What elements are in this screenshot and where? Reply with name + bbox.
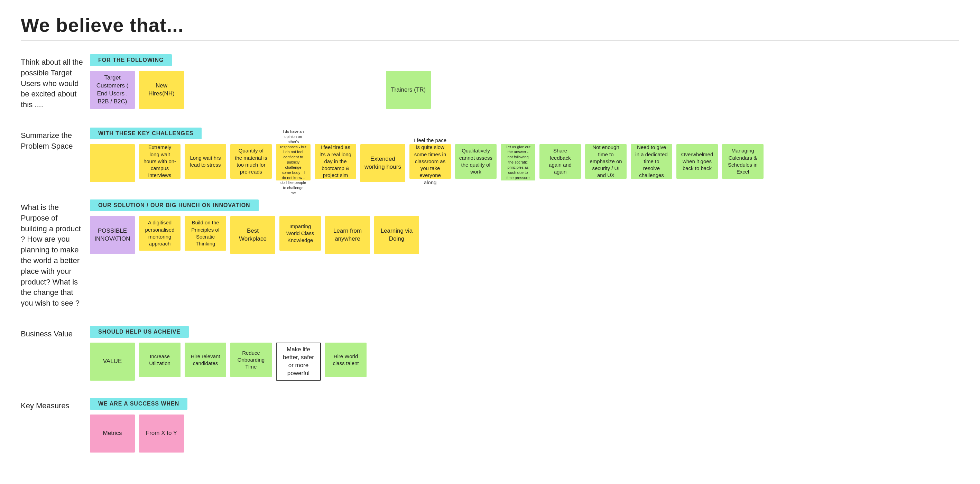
card-socratic-thinking[interactable]: Build on the Principles of Socratic Thin…: [185, 216, 226, 251]
card-trainers[interactable]: Trainers (TR): [386, 71, 431, 109]
card-new-hires[interactable]: New Hires(NH): [139, 71, 184, 109]
main-page: We believe that... Think about all the p…: [0, 0, 980, 484]
card-qualitatively[interactable]: Qualitatively cannot assess the quality …: [455, 144, 496, 179]
business-value-label: Business Value: [21, 326, 90, 340]
card-hire-relevant[interactable]: Hire relevant candidates: [185, 343, 226, 377]
business-value-cards: VALUE Increase Utlization Hire relevant …: [90, 343, 959, 381]
card-learning-doing[interactable]: Learning via Doing: [374, 216, 419, 254]
problem-space-cards: Extremely long wait hours with on-campus…: [90, 144, 959, 182]
card-hire-world-class[interactable]: Hire World class talent: [325, 343, 367, 377]
should-achieve-header: SHOULD HELP US ACHEIVE: [90, 326, 189, 338]
solution-cards: POSSIBLE INNOVATION A digitised personal…: [90, 216, 959, 254]
key-measures-label: Key Measures: [21, 398, 90, 411]
card-share-feedback[interactable]: Share feedback again and again: [539, 144, 581, 179]
card-long-wait-campus[interactable]: Extremely long wait hours with on-campus…: [139, 144, 180, 179]
success-header: WE ARE A SUCCESS WHEN: [90, 398, 188, 410]
card-value[interactable]: VALUE: [90, 343, 135, 381]
page-title: We believe that...: [21, 14, 959, 36]
card-target-customers[interactable]: Target Customers ( End Users , B2B / B2C…: [90, 71, 135, 109]
card-reduce-onboarding[interactable]: Reduce Onboarding Time: [230, 343, 272, 377]
problem-space-label: Summarize the Problem Space: [21, 128, 90, 152]
business-value-content: SHOULD HELP US ACHEIVE VALUE Increase Ut…: [90, 326, 959, 381]
card-world-class-knowledge[interactable]: Imparting World Class Knowledge: [279, 216, 321, 251]
target-users-row: Think about all the possible Target User…: [21, 54, 959, 110]
card-metrics[interactable]: Metrics: [90, 414, 135, 452]
card-quantity-material[interactable]: Quantity of the material is too much for…: [230, 144, 272, 179]
card-blank-yellow: [90, 144, 135, 182]
business-value-row: Business Value SHOULD HELP US ACHEIVE VA…: [21, 326, 959, 381]
card-make-life-better[interactable]: Make life better, safer or more powerful: [276, 343, 321, 381]
card-possible-innovation[interactable]: POSSIBLE INNOVATION: [90, 216, 135, 254]
problem-space-content: WITH THESE KEY CHALLENGES Extremely long…: [90, 128, 959, 182]
title-divider: [21, 40, 959, 40]
solution-row: What is the Purpose of building a produc…: [21, 200, 959, 309]
card-socratic-pressure[interactable]: Let us give out the answer - not followi…: [501, 144, 535, 181]
card-learn-anywhere[interactable]: Learn from anywhere: [325, 216, 370, 254]
card-increase-utilization[interactable]: Increase Utlization: [139, 343, 180, 377]
key-measures-cards: Metrics From X to Y: [90, 414, 959, 452]
key-challenges-header: WITH THESE KEY CHALLENGES: [90, 128, 202, 139]
card-digitised-mentoring[interactable]: A digitised personalised mentoring appro…: [139, 216, 180, 251]
card-managing-calendars[interactable]: Managing Calendars & Schedules in Excel: [722, 144, 764, 179]
card-security-ui[interactable]: Not enough time to emphasize on security…: [585, 144, 627, 179]
for-following-header: FOR THE FOLLOWING: [90, 54, 172, 66]
card-extended-hours[interactable]: Extended working hours: [360, 144, 405, 182]
card-long-wait-stress[interactable]: Long wait hrs lead to stress: [185, 144, 226, 179]
card-best-workplace[interactable]: Best Workplace: [230, 216, 275, 254]
card-dedicated-time[interactable]: Need to give in a dedicated time to reso…: [631, 144, 672, 179]
card-overwhelmed[interactable]: Overwhelmed when it goes back to back: [676, 144, 718, 179]
target-users-label: Think about all the possible Target User…: [21, 54, 90, 110]
target-users-cards: Target Customers ( End Users , B2B / B2C…: [90, 71, 959, 109]
card-from-x-to-y[interactable]: From X to Y: [139, 414, 184, 452]
target-users-content: FOR THE FOLLOWING Target Customers ( End…: [90, 54, 959, 109]
problem-space-row: Summarize the Problem Space WITH THESE K…: [21, 128, 959, 182]
key-measures-content: WE ARE A SUCCESS WHEN Metrics From X to …: [90, 398, 959, 452]
key-measures-row: Key Measures WE ARE A SUCCESS WHEN Metri…: [21, 398, 959, 452]
card-tired-bootcamp[interactable]: I feel tired as it's a real long day in …: [315, 144, 356, 179]
card-pace-slow[interactable]: I feel the pace is quite slow some times…: [409, 144, 451, 179]
solution-header: OUR SOLUTION / OUR BIG HUNCH ON INNOVATI…: [90, 200, 259, 211]
card-opinion-challenge[interactable]: I do have an opinion on other's response…: [276, 144, 310, 181]
solution-content: OUR SOLUTION / OUR BIG HUNCH ON INNOVATI…: [90, 200, 959, 254]
solution-label: What is the Purpose of building a produc…: [21, 200, 90, 309]
